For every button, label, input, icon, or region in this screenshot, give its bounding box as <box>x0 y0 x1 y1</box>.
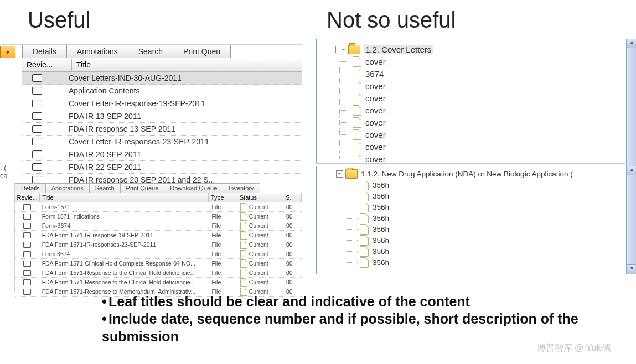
tab-search[interactable]: Search <box>89 183 121 193</box>
col-s[interactable]: S. <box>283 193 302 202</box>
tree-leaf[interactable]: 356h <box>329 212 636 223</box>
checkbox[interactable] <box>32 150 42 158</box>
tab-inventory[interactable]: Inventory <box>223 183 260 193</box>
checkbox[interactable] <box>23 242 31 248</box>
tab-download-queue[interactable]: Download Queue <box>164 183 223 193</box>
tab-details[interactable]: Details <box>15 183 46 193</box>
row-status: Current <box>249 213 268 220</box>
heading-useful: Useful <box>28 8 90 33</box>
table-row[interactable]: FDA IR response 13 SEP 2011 <box>22 123 302 136</box>
edge-dropdown-icon[interactable]: ▾ <box>0 46 15 58</box>
table-row[interactable]: FDA IR 20 SEP 2011 <box>22 148 302 161</box>
scroll-up-icon[interactable]: ▴ <box>627 166 636 175</box>
col-status[interactable]: Status <box>237 193 283 202</box>
tree-leaf[interactable]: cover <box>329 92 636 104</box>
row-seq: 00 <box>284 260 302 267</box>
checkbox[interactable] <box>23 279 31 285</box>
col-reviewed[interactable]: Revie... <box>15 193 40 202</box>
page-icon <box>240 231 247 240</box>
tree-leaf[interactable]: 3674 <box>329 67 636 80</box>
tab-annotations[interactable]: Annotations <box>45 183 90 193</box>
checkbox[interactable] <box>32 87 42 95</box>
table-row[interactable]: Cover Letters-IND-30-AUG-2011 <box>22 72 302 85</box>
tree-leaf-label: 356h <box>373 203 389 211</box>
tree-leaf[interactable]: 356h <box>329 190 636 201</box>
tree-leaf-label: cover <box>365 154 386 164</box>
scrollbar[interactable]: ▴ ▾ <box>626 166 636 274</box>
col-title[interactable]: Title <box>72 59 302 72</box>
checkbox[interactable] <box>23 289 31 295</box>
tree-leaf[interactable]: 356h <box>329 179 636 190</box>
checkbox[interactable] <box>23 223 31 229</box>
table-row[interactable]: FDA Form 1571-Response to the Clinical H… <box>15 278 302 287</box>
tab-print-queue[interactable]: Print Queue <box>120 183 165 193</box>
table-row[interactable]: Cover Letter-IR-response-19-SEP-2011 <box>22 97 302 110</box>
row-type: File <box>209 279 237 285</box>
tab-annotations[interactable]: Annotations <box>66 45 128 58</box>
row-title: Cover Letters-IND-30-AUG-2011 <box>46 74 302 82</box>
bullet-text: •Leaf titles should be clear and indicat… <box>102 293 636 345</box>
table-row[interactable]: Application Contents <box>22 85 302 97</box>
tree-leaf[interactable]: cover <box>329 55 636 67</box>
tree-dots: ··· <box>338 45 348 53</box>
tab-search[interactable]: Search <box>128 45 173 58</box>
table-row[interactable]: FDA Form 1571-IR-responses-23-SEP-2011Fi… <box>15 240 302 249</box>
tree-leaf[interactable]: cover <box>329 128 636 141</box>
checkbox[interactable] <box>32 74 42 82</box>
checkbox[interactable] <box>32 112 42 120</box>
col-type[interactable]: Type <box>209 193 237 202</box>
col-title[interactable]: Title <box>40 193 209 202</box>
table-row[interactable]: FDA Form 1571-Response to the Clinical H… <box>15 268 302 278</box>
table-row[interactable]: FDA Form 1571-IR-response-19-SEP-2011Fil… <box>15 231 302 240</box>
tree-folder-cover-letters[interactable]: − ··· 1.2. Cover Letters <box>329 43 636 55</box>
table-row[interactable]: Form-1571FileCurrent00 <box>15 202 302 212</box>
checkbox[interactable] <box>23 204 31 210</box>
table-row[interactable]: FDA Form 1571-Clinical Hold Complete Res… <box>15 259 302 268</box>
tree-connector <box>343 201 360 213</box>
checkbox[interactable] <box>32 125 42 133</box>
table-row[interactable]: Form 3674FileCurrent00 <box>15 249 302 259</box>
checkbox[interactable] <box>23 214 31 220</box>
tab-print-queu[interactable]: Print Queu <box>173 45 231 58</box>
tree-leaf-label: cover <box>365 57 386 66</box>
page-icon <box>353 69 361 79</box>
tree-leaf[interactable]: cover <box>329 116 636 128</box>
tree-leaf[interactable]: 356h <box>329 223 636 235</box>
page-icon <box>353 142 361 152</box>
tree-leaf[interactable]: cover <box>329 104 636 116</box>
col-reviewed[interactable]: Revie... <box>22 59 72 72</box>
table-row[interactable]: FDA IR 22 SEP 2011 <box>22 161 302 174</box>
tree-leaf[interactable]: 356h <box>329 246 636 257</box>
scroll-up-icon[interactable]: ▴ <box>627 39 636 48</box>
tree-leaf[interactable]: 356h <box>329 201 636 212</box>
table-row[interactable]: Cover Letter-IR-responses-23-SEP-2011 <box>22 136 302 148</box>
checkbox[interactable] <box>32 100 42 107</box>
tree-folder-nda[interactable]: − 1.1.2. New Drug Application (NDA) or N… <box>329 168 636 179</box>
collapse-icon[interactable]: − <box>336 170 343 178</box>
panel-b-header: Revie... Title Type Status S. <box>15 193 302 202</box>
tree-connector <box>343 234 360 246</box>
table-row[interactable]: Form-3674FileCurrent00 <box>15 221 302 231</box>
checkbox[interactable] <box>23 270 31 276</box>
row-title: FDA Form 1571-Clinical Hold Complete Res… <box>40 260 210 267</box>
tab-details[interactable]: Details <box>22 45 67 58</box>
tree-leaf[interactable]: cover <box>329 80 636 92</box>
tree-leaf[interactable]: 356h <box>329 257 636 268</box>
checkbox[interactable] <box>32 163 42 171</box>
tree-leaf[interactable]: cover <box>329 141 636 153</box>
side-text: : (ca <box>0 163 8 180</box>
checkbox[interactable] <box>23 261 31 267</box>
checkbox[interactable] <box>23 251 31 257</box>
tree-leaf[interactable]: 356h <box>329 235 636 246</box>
tree-connector <box>336 104 353 116</box>
row-title: FDA IR 22 SEP 2011 <box>46 163 302 171</box>
table-row[interactable]: Form 1571-IndicationsFileCurrent00 <box>15 212 302 221</box>
checkbox[interactable] <box>23 232 31 238</box>
panel-a-header: Revie... Title <box>22 59 302 72</box>
checkbox[interactable] <box>32 138 42 145</box>
tree-connector <box>336 116 353 128</box>
row-status: Current <box>249 241 268 248</box>
collapse-icon[interactable]: − <box>329 46 336 53</box>
table-row[interactable]: FDA IR 13 SEP 2011 <box>22 110 302 123</box>
scroll-down-icon[interactable]: ▾ <box>627 264 636 274</box>
